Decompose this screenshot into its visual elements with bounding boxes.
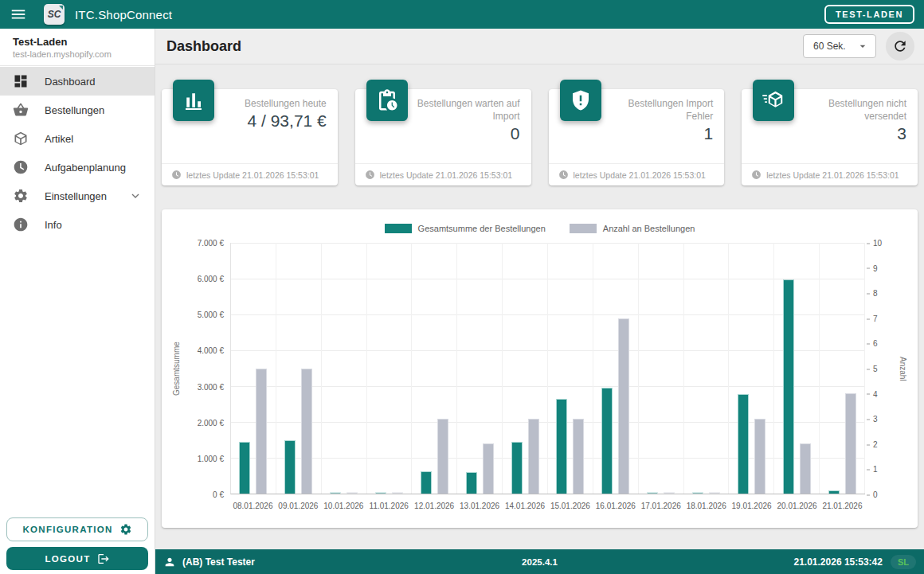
x-axis-label: 20.01.2026 [774, 494, 820, 518]
count-bar-16.01.2026 [618, 318, 629, 494]
stat-card: Bestellungen nicht versendet3letztes Upd… [742, 89, 918, 185]
legend-item[interactable]: Gesamtsumme der Bestellungen [385, 224, 546, 233]
sidebar-item-aufgabenplanung[interactable]: Aufgabenplanung [0, 153, 155, 182]
gear-icon [13, 188, 29, 204]
count-bar-21.01.2026 [845, 393, 856, 494]
sum-bar-20.01.2026 [783, 279, 794, 494]
sum-bar-15.01.2026 [556, 399, 567, 494]
right-axis-tick: 4 [867, 389, 878, 398]
sum-bar-16.01.2026 [601, 388, 613, 494]
count-bar-10.01.2026 [346, 492, 358, 494]
legend-item[interactable]: Anzahl an Bestellungen [570, 224, 695, 233]
shop-header: Test-Laden test-laden.myshopify.com [0, 29, 155, 66]
count-bar-20.01.2026 [800, 443, 811, 494]
stat-card-updated-text: letztes Update 21.01.2026 15:53:01 [186, 170, 319, 180]
menu-icon[interactable] [10, 6, 27, 23]
clock-icon [558, 170, 569, 180]
stat-cards-row: Bestellungen heute4 / 93,71 €letztes Upd… [155, 64, 924, 185]
stat-card: Bestellungen heute4 / 93,71 €letztes Upd… [162, 89, 338, 185]
count-bar-12.01.2026 [437, 419, 448, 494]
right-axis-tick: 0 [867, 490, 878, 499]
app-title: ITC.ShopConnect [75, 8, 172, 21]
sidebar-item-bestellungen[interactable]: Bestellungen [0, 96, 155, 124]
sidebar-item-label: Einstellungen [45, 190, 107, 202]
clock-icon [171, 170, 182, 180]
sidebar-item-label: Artikel [45, 133, 73, 145]
right-axis-tick: 8 [867, 289, 878, 298]
legend-label: Gesamtsumme der Bestellungen [418, 224, 546, 233]
x-axis-label: 11.01.2026 [366, 494, 412, 518]
stat-card-icon-tile [173, 80, 214, 121]
right-axis-tick: 9 [867, 264, 878, 272]
app-window: SC ITC.ShopConnect TEST-LADEN Test-Laden… [0, 0, 924, 574]
bar-group [639, 243, 684, 494]
sidebar-item-info[interactable]: Info [0, 210, 155, 239]
legend-swatch [570, 224, 597, 233]
x-axis-label: 17.01.2026 [638, 494, 683, 518]
count-bar-19.01.2026 [754, 419, 765, 494]
status-badge[interactable]: SL [891, 555, 916, 569]
right-axis-tick: 6 [867, 339, 878, 348]
count-bar-17.01.2026 [664, 492, 675, 494]
bar-group [684, 243, 730, 494]
logout-button[interactable]: LOGOUT [6, 547, 148, 570]
count-bar-14.01.2026 [528, 419, 539, 494]
stat-card-value: 1 [609, 124, 714, 143]
count-bar-09.01.2026 [301, 369, 312, 494]
chevron-down-icon [129, 189, 142, 202]
sum-bar-21.01.2026 [828, 490, 840, 494]
stat-card-updated-text: letztes Update 21.01.2026 15:53:01 [574, 170, 706, 180]
sidebar-item-label: Dashboard [45, 76, 96, 88]
sidebar-item-einstellungen[interactable]: Einstellungen [0, 182, 155, 210]
legend-swatch [385, 224, 412, 233]
stat-card-label: Bestellungen warten auf Import [416, 97, 520, 123]
right-axis-tick: 2 [867, 439, 878, 448]
sum-bar-08.01.2026 [239, 442, 250, 494]
shop-badge-button[interactable]: TEST-LADEN [824, 5, 914, 24]
bar-group [503, 243, 548, 494]
bar-group [457, 243, 503, 494]
status-bar: (AB) Test Tester 2025.4.1 21.01.2026 15:… [155, 549, 924, 574]
bar-group [774, 243, 820, 494]
title-bar: Dashboard 60 Sek. [155, 29, 924, 64]
stat-card-updated: letztes Update 21.01.2026 15:53:01 [162, 163, 338, 185]
konfiguration-button[interactable]: KONFIGURATION [6, 517, 148, 541]
page-title: Dashboard [166, 38, 241, 55]
refresh-interval-select[interactable]: 60 Sek. [803, 34, 876, 58]
count-bar-15.01.2026 [573, 419, 584, 494]
stat-card-updated: letztes Update 21.01.2026 15:53:01 [742, 163, 918, 185]
sidebar-item-dashboard[interactable]: Dashboard [0, 67, 155, 96]
x-axis-label: 18.01.2026 [683, 494, 729, 518]
stat-card: Bestellungen Import Fehler1letztes Updat… [549, 89, 725, 185]
chevron-down-icon [856, 40, 869, 53]
refresh-button[interactable] [886, 32, 914, 61]
left-axis-tick: 6.000 € [198, 275, 224, 283]
stat-card-icon-tile [366, 80, 408, 121]
bar-group [548, 243, 593, 494]
sidebar-item-label: Bestellungen [45, 104, 104, 116]
sum-bar-18.01.2026 [692, 492, 703, 494]
info-icon [13, 217, 29, 232]
x-axis-label: 13.01.2026 [457, 494, 503, 518]
x-axis-label: 15.01.2026 [547, 494, 593, 518]
chart-plot-area [230, 243, 865, 494]
left-axis-tick: 5.000 € [198, 310, 224, 319]
legend-label: Anzahl an Bestellungen [603, 224, 695, 233]
count-bar-18.01.2026 [709, 492, 720, 494]
clock-icon [13, 159, 29, 175]
sum-bar-17.01.2026 [647, 492, 658, 494]
stat-card-updated-text: letztes Update 21.01.2026 15:53:01 [380, 170, 512, 180]
left-axis-title: Gesamtsumme [170, 243, 182, 494]
x-axis-label: 19.01.2026 [729, 494, 774, 518]
konfiguration-label: KONFIGURATION [22, 525, 112, 534]
count-bar-13.01.2026 [483, 443, 494, 494]
left-axis-ticks: 7.000 €6.000 €5.000 €4.000 €3.000 €2.000… [182, 243, 230, 494]
shipping-box-icon [762, 88, 785, 112]
sidebar-nav: DashboardBestellungenArtikelAufgabenplan… [0, 66, 155, 239]
x-axis-label: 09.01.2026 [276, 494, 321, 518]
app-version: 2025.4.1 [522, 557, 558, 567]
left-axis-tick: 7.000 € [198, 239, 224, 248]
current-user: (AB) Test Tester [163, 556, 255, 568]
sidebar-item-artikel[interactable]: Artikel [0, 124, 155, 153]
count-bar-11.01.2026 [392, 492, 403, 494]
